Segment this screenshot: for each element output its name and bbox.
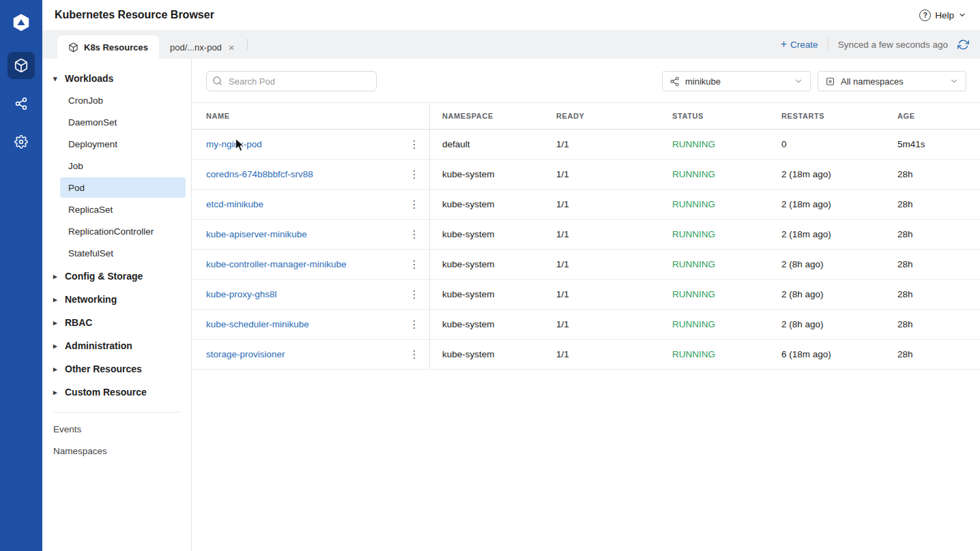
top-header: Kubernetes Resource Browser ? Help: [42, 0, 980, 30]
synced-status-text: Synced a few seconds ago: [838, 40, 948, 50]
sidebar-section-custom-resource[interactable]: ▸Custom Resource: [42, 381, 191, 404]
triangle-right-icon: ▸: [53, 388, 60, 397]
sidebar-section-administration[interactable]: ▸Administration: [42, 334, 191, 357]
cell-ready: 1/1: [544, 160, 660, 189]
app-window: Kubernetes Resource Browser ? Help K8s R…: [0, 0, 980, 551]
pod-name-link[interactable]: kube-proxy-ghs8l: [206, 289, 277, 299]
cell-ready: 1/1: [544, 220, 660, 249]
cell-restarts: 2 (18m ago): [769, 190, 885, 219]
sidebar-item-label: Deployment: [68, 139, 117, 149]
close-icon[interactable]: ×: [227, 42, 236, 53]
chevron-down-icon: [949, 76, 959, 86]
cell-status: RUNNING: [660, 220, 769, 249]
pod-name-link[interactable]: storage-provisioner: [206, 349, 285, 359]
table-row: coredns-674b8bbfcf-srv88⋮kube-system1/1R…: [192, 160, 980, 190]
cell-name: kube-scheduler-minikube⋮: [192, 310, 430, 339]
row-actions-kebab-icon[interactable]: ⋮: [406, 259, 422, 270]
sidebar-item-namespaces[interactable]: Namespaces: [42, 440, 191, 462]
pod-name-link[interactable]: coredns-674b8bbfcf-srv88: [206, 169, 313, 179]
cell-age: 28h: [885, 310, 980, 339]
row-actions-kebab-icon[interactable]: ⋮: [406, 349, 422, 360]
row-actions-kebab-icon[interactable]: ⋮: [406, 289, 422, 300]
rail-item-settings[interactable]: [8, 128, 35, 155]
triangle-right-icon: ▸: [53, 272, 60, 281]
cell-age: 28h: [885, 280, 980, 309]
sidebar-item-replicaset[interactable]: ReplicaSet: [60, 199, 186, 220]
chevron-down-icon: [958, 11, 966, 19]
left-rail: [0, 0, 42, 551]
sidebar-section-config-storage[interactable]: ▸Config & Storage: [42, 265, 191, 288]
tab-k8s-resources[interactable]: K8s Resources: [57, 35, 159, 59]
sidebar-item-replicationcontroller[interactable]: ReplicationController: [60, 221, 186, 241]
column-header-age[interactable]: AGE: [885, 103, 980, 129]
namespace-select[interactable]: All namespaces: [818, 71, 966, 91]
sidebar-item-pod[interactable]: Pod: [60, 177, 186, 198]
column-header-namespace[interactable]: NAMESPACE: [430, 103, 544, 129]
cell-name: my-nginx-pod⋮: [192, 130, 430, 159]
sidebar-section-workloads[interactable]: ▾Workloads: [42, 67, 191, 90]
help-menu[interactable]: ? Help: [919, 10, 966, 21]
row-actions-kebab-icon[interactable]: ⋮: [406, 229, 422, 240]
tab-label: pod/...nx-pod: [170, 42, 222, 53]
create-button[interactable]: + Create: [781, 39, 818, 50]
sidebar-section-label: RBAC: [65, 317, 92, 328]
cell-name: kube-apiserver-minikube⋮: [192, 220, 430, 249]
cell-ready: 1/1: [544, 130, 660, 159]
sidebar-item-cronjob[interactable]: CronJob: [60, 90, 186, 110]
column-header-restarts[interactable]: RESTARTS: [769, 103, 885, 129]
sidebar-item-label: DaemonSet: [68, 117, 117, 128]
sidebar-item-job[interactable]: Job: [60, 155, 186, 176]
sidebar-section-networking[interactable]: ▸Networking: [42, 288, 191, 311]
cell-ready: 1/1: [544, 250, 660, 279]
tab-pod-detail[interactable]: pod/...nx-pod ×: [159, 35, 247, 59]
sidebar-section-label: Other Resources: [65, 363, 142, 374]
sidebar-item-deployment[interactable]: Deployment: [60, 134, 186, 154]
sidebar-item-label: CronJob: [68, 95, 103, 106]
cell-restarts: 2 (8h ago): [769, 280, 885, 309]
create-button-label: Create: [790, 40, 818, 50]
cell-status: RUNNING: [660, 310, 769, 339]
pod-name-link[interactable]: kube-scheduler-minikube: [206, 319, 309, 329]
cell-age: 5m41s: [885, 130, 980, 159]
pod-name-link[interactable]: kube-apiserver-minikube: [206, 229, 307, 239]
cell-restarts: 2 (8h ago): [769, 250, 885, 279]
sidebar-item-label: Events: [53, 424, 81, 434]
rail-item-clusters[interactable]: [8, 90, 35, 117]
pod-name-link[interactable]: my-nginx-pod: [206, 139, 262, 149]
sidebar-item-events[interactable]: Events: [42, 418, 191, 440]
table-header-row: NAMENAMESPACEREADYSTATUSRESTARTSAGE: [192, 102, 980, 130]
row-actions-kebab-icon[interactable]: ⋮: [406, 139, 422, 150]
column-header-name[interactable]: NAME: [192, 103, 430, 129]
cell-ready: 1/1: [544, 310, 660, 339]
rail-nav: [8, 52, 35, 155]
sync-refresh-icon[interactable]: [957, 39, 969, 50]
sidebar-item-label: StatefulSet: [68, 248, 113, 258]
rail-item-resources[interactable]: [8, 52, 35, 79]
sidebar-section-rbac[interactable]: ▸RBAC: [42, 311, 191, 334]
sidebar-section-other-resources[interactable]: ▸Other Resources: [42, 357, 191, 381]
search-box: [206, 71, 377, 91]
sidebar-item-daemonset[interactable]: DaemonSet: [60, 112, 186, 132]
search-input[interactable]: [206, 71, 377, 91]
namespace-icon: [825, 76, 835, 87]
tab-separator: [247, 39, 248, 50]
row-actions-kebab-icon[interactable]: ⋮: [406, 319, 422, 330]
column-header-status[interactable]: STATUS: [660, 103, 769, 129]
row-actions-kebab-icon[interactable]: ⋮: [406, 199, 422, 210]
cell-age: 28h: [885, 340, 980, 369]
cell-status: RUNNING: [660, 160, 769, 189]
sidebar-item-statefulset[interactable]: StatefulSet: [60, 243, 186, 263]
cell-name: etcd-minikube⋮: [192, 190, 430, 219]
app-logo[interactable]: [10, 11, 33, 34]
cell-ready: 1/1: [544, 190, 660, 219]
pod-name-link[interactable]: kube-controller-manager-minikube: [206, 259, 347, 269]
cell-namespace: kube-system: [430, 250, 544, 279]
table-row: storage-provisioner⋮kube-system1/1RUNNIN…: [192, 340, 980, 370]
pod-name-link[interactable]: etcd-minikube: [206, 199, 263, 209]
row-actions-kebab-icon[interactable]: ⋮: [406, 169, 422, 180]
column-header-ready[interactable]: READY: [544, 103, 660, 129]
triangle-right-icon: ▸: [53, 365, 60, 374]
sidebar-section-label: Administration: [65, 340, 132, 351]
cell-namespace: kube-system: [430, 310, 544, 339]
cluster-select[interactable]: minikube: [662, 71, 811, 91]
